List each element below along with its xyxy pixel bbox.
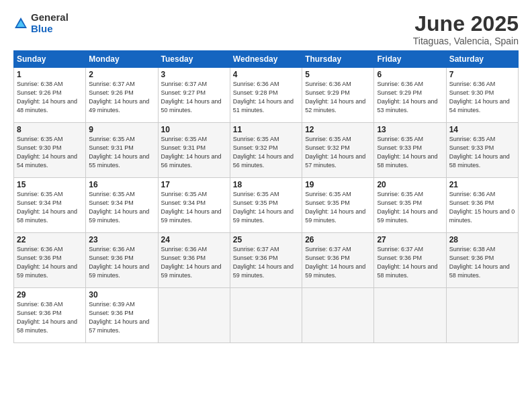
day-number: 8 bbox=[17, 125, 83, 134]
day-info: Sunrise: 6:37 AM Sunset: 9:36 PM Dayligh… bbox=[377, 245, 443, 280]
day-number: 29 bbox=[17, 290, 83, 300]
day-info: Sunrise: 6:35 AM Sunset: 9:35 PM Dayligh… bbox=[305, 190, 371, 225]
day-info: Sunrise: 6:35 AM Sunset: 9:34 PM Dayligh… bbox=[161, 190, 227, 225]
day-info: Sunrise: 6:37 AM Sunset: 9:27 PM Dayligh… bbox=[161, 80, 227, 115]
day-number: 2 bbox=[89, 70, 154, 79]
day-number: 17 bbox=[161, 180, 227, 189]
day-info: Sunrise: 6:37 AM Sunset: 9:36 PM Dayligh… bbox=[305, 245, 371, 280]
table-cell: 24Sunrise: 6:36 AM Sunset: 9:36 PM Dayli… bbox=[158, 233, 230, 288]
day-info: Sunrise: 6:36 AM Sunset: 9:36 PM Dayligh… bbox=[449, 190, 515, 225]
day-info: Sunrise: 6:35 AM Sunset: 9:34 PM Dayligh… bbox=[89, 190, 154, 225]
day-number: 22 bbox=[17, 235, 83, 244]
col-tuesday: Tuesday bbox=[158, 51, 230, 68]
table-cell: 28Sunrise: 6:38 AM Sunset: 9:36 PM Dayli… bbox=[446, 233, 518, 288]
day-info: Sunrise: 6:36 AM Sunset: 9:30 PM Dayligh… bbox=[449, 80, 515, 115]
table-cell: 19Sunrise: 6:35 AM Sunset: 9:35 PM Dayli… bbox=[302, 178, 374, 233]
calendar-week-row: 15Sunrise: 6:35 AM Sunset: 9:34 PM Dayli… bbox=[14, 178, 519, 233]
day-number: 16 bbox=[89, 180, 154, 189]
day-info: Sunrise: 6:37 AM Sunset: 9:26 PM Dayligh… bbox=[89, 80, 154, 115]
day-info: Sunrise: 6:35 AM Sunset: 9:34 PM Dayligh… bbox=[17, 190, 83, 225]
logo-text: General Blue bbox=[31, 12, 69, 34]
day-number: 3 bbox=[161, 70, 227, 79]
logo-blue: Blue bbox=[31, 24, 69, 35]
table-cell bbox=[302, 288, 374, 343]
day-number: 28 bbox=[449, 235, 515, 244]
logo-icon bbox=[13, 16, 28, 31]
calendar-week-row: 8Sunrise: 6:35 AM Sunset: 9:30 PM Daylig… bbox=[14, 123, 519, 178]
day-number: 21 bbox=[449, 180, 515, 189]
table-cell: 23Sunrise: 6:36 AM Sunset: 9:36 PM Dayli… bbox=[86, 233, 158, 288]
day-info: Sunrise: 6:35 AM Sunset: 9:32 PM Dayligh… bbox=[305, 135, 371, 170]
page: General Blue June 2025 Titaguas, Valenci… bbox=[0, 0, 532, 411]
day-number: 19 bbox=[305, 180, 371, 189]
day-number: 30 bbox=[89, 290, 154, 300]
table-cell: 13Sunrise: 6:35 AM Sunset: 9:33 PM Dayli… bbox=[374, 123, 446, 178]
day-info: Sunrise: 6:38 AM Sunset: 9:26 PM Dayligh… bbox=[17, 80, 83, 115]
table-cell: 14Sunrise: 6:35 AM Sunset: 9:33 PM Dayli… bbox=[446, 123, 518, 178]
day-number: 27 bbox=[377, 235, 443, 244]
subtitle: Titaguas, Valencia, Spain bbox=[413, 36, 519, 46]
day-info: Sunrise: 6:38 AM Sunset: 9:36 PM Dayligh… bbox=[449, 245, 515, 280]
day-number: 12 bbox=[305, 125, 371, 134]
day-info: Sunrise: 6:36 AM Sunset: 9:36 PM Dayligh… bbox=[89, 245, 154, 280]
day-number: 7 bbox=[449, 70, 515, 79]
day-number: 26 bbox=[305, 235, 371, 244]
day-number: 10 bbox=[161, 125, 227, 134]
title-block: June 2025 Titaguas, Valencia, Spain bbox=[413, 12, 519, 46]
day-number: 1 bbox=[17, 70, 83, 79]
col-saturday: Saturday bbox=[446, 51, 518, 68]
day-info: Sunrise: 6:36 AM Sunset: 9:36 PM Dayligh… bbox=[161, 245, 227, 280]
table-cell: 6Sunrise: 6:36 AM Sunset: 9:29 PM Daylig… bbox=[374, 68, 446, 123]
day-number: 13 bbox=[377, 125, 443, 134]
table-cell: 4Sunrise: 6:36 AM Sunset: 9:28 PM Daylig… bbox=[230, 68, 302, 123]
table-cell: 26Sunrise: 6:37 AM Sunset: 9:36 PM Dayli… bbox=[302, 233, 374, 288]
day-info: Sunrise: 6:35 AM Sunset: 9:32 PM Dayligh… bbox=[233, 135, 299, 170]
day-info: Sunrise: 6:37 AM Sunset: 9:36 PM Dayligh… bbox=[233, 245, 299, 280]
table-cell: 20Sunrise: 6:35 AM Sunset: 9:35 PM Dayli… bbox=[374, 178, 446, 233]
table-cell: 3Sunrise: 6:37 AM Sunset: 9:27 PM Daylig… bbox=[158, 68, 230, 123]
table-cell bbox=[446, 288, 518, 343]
day-info: Sunrise: 6:36 AM Sunset: 9:29 PM Dayligh… bbox=[305, 80, 371, 115]
table-cell: 1Sunrise: 6:38 AM Sunset: 9:26 PM Daylig… bbox=[14, 68, 86, 123]
table-cell: 8Sunrise: 6:35 AM Sunset: 9:30 PM Daylig… bbox=[14, 123, 86, 178]
table-cell: 5Sunrise: 6:36 AM Sunset: 9:29 PM Daylig… bbox=[302, 68, 374, 123]
day-info: Sunrise: 6:36 AM Sunset: 9:28 PM Dayligh… bbox=[233, 80, 299, 115]
day-info: Sunrise: 6:36 AM Sunset: 9:36 PM Dayligh… bbox=[17, 245, 83, 280]
day-number: 14 bbox=[449, 125, 515, 134]
table-cell: 16Sunrise: 6:35 AM Sunset: 9:34 PM Dayli… bbox=[86, 178, 158, 233]
table-cell: 18Sunrise: 6:35 AM Sunset: 9:35 PM Dayli… bbox=[230, 178, 302, 233]
day-info: Sunrise: 6:35 AM Sunset: 9:35 PM Dayligh… bbox=[377, 190, 443, 225]
day-number: 24 bbox=[161, 235, 227, 244]
col-thursday: Thursday bbox=[302, 51, 374, 68]
table-cell: 17Sunrise: 6:35 AM Sunset: 9:34 PM Dayli… bbox=[158, 178, 230, 233]
day-number: 23 bbox=[89, 235, 154, 244]
col-sunday: Sunday bbox=[14, 51, 86, 68]
day-info: Sunrise: 6:35 AM Sunset: 9:33 PM Dayligh… bbox=[449, 135, 515, 170]
day-number: 18 bbox=[233, 180, 299, 189]
main-title: June 2025 bbox=[413, 12, 519, 36]
logo: General Blue bbox=[13, 12, 69, 34]
day-number: 4 bbox=[233, 70, 299, 79]
table-cell: 11Sunrise: 6:35 AM Sunset: 9:32 PM Dayli… bbox=[230, 123, 302, 178]
day-number: 11 bbox=[233, 125, 299, 134]
logo-general: General bbox=[31, 12, 69, 24]
table-cell: 27Sunrise: 6:37 AM Sunset: 9:36 PM Dayli… bbox=[374, 233, 446, 288]
table-cell: 30Sunrise: 6:39 AM Sunset: 9:36 PM Dayli… bbox=[86, 288, 158, 343]
day-info: Sunrise: 6:35 AM Sunset: 9:31 PM Dayligh… bbox=[89, 135, 154, 170]
col-friday: Friday bbox=[374, 51, 446, 68]
table-cell: 29Sunrise: 6:38 AM Sunset: 9:36 PM Dayli… bbox=[14, 288, 86, 343]
day-number: 9 bbox=[89, 125, 154, 134]
table-cell: 9Sunrise: 6:35 AM Sunset: 9:31 PM Daylig… bbox=[86, 123, 158, 178]
col-monday: Monday bbox=[86, 51, 158, 68]
day-info: Sunrise: 6:35 AM Sunset: 9:31 PM Dayligh… bbox=[161, 135, 227, 170]
day-number: 5 bbox=[305, 70, 371, 79]
table-cell bbox=[158, 288, 230, 343]
calendar-table: Sunday Monday Tuesday Wednesday Thursday… bbox=[13, 50, 519, 343]
table-cell: 7Sunrise: 6:36 AM Sunset: 9:30 PM Daylig… bbox=[446, 68, 518, 123]
table-cell: 2Sunrise: 6:37 AM Sunset: 9:26 PM Daylig… bbox=[86, 68, 158, 123]
header: General Blue June 2025 Titaguas, Valenci… bbox=[13, 12, 519, 46]
table-cell bbox=[230, 288, 302, 343]
day-info: Sunrise: 6:35 AM Sunset: 9:30 PM Dayligh… bbox=[17, 135, 83, 170]
day-info: Sunrise: 6:39 AM Sunset: 9:36 PM Dayligh… bbox=[89, 300, 154, 335]
calendar-header-row: Sunday Monday Tuesday Wednesday Thursday… bbox=[14, 51, 519, 68]
